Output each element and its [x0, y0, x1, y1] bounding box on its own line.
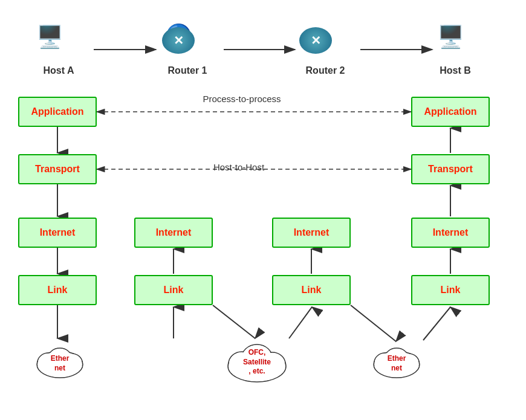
app-b-box: Application [411, 97, 490, 127]
cloud-right: Ethernet [370, 337, 423, 383]
internet-r1-box: Internet [134, 218, 213, 248]
router-2-shape: ✕ [299, 27, 332, 54]
router-2-label: Router 2 [301, 65, 349, 76]
host-b-label: Host B [434, 65, 476, 76]
router-1-label: Router 1 [163, 65, 212, 76]
transport-b-box: Transport [411, 154, 490, 184]
h2h-label: Host-to-Host [193, 162, 284, 172]
p2p-label: Process-to-process [181, 94, 302, 104]
host-a-label: Host A [37, 65, 80, 76]
svg-line-20 [351, 305, 396, 341]
internet-r2-box: Internet [272, 218, 351, 248]
svg-line-18 [289, 307, 312, 338]
transport-a-box: Transport [18, 154, 97, 184]
cloud-left: Ethernet [33, 337, 86, 383]
cloud-middle: OFC,Satellite, etc. [224, 331, 290, 386]
internet-b-box: Internet [411, 218, 490, 248]
host-b-icon: 🖥️ [432, 24, 469, 54]
app-a-box: Application [18, 97, 97, 127]
link-r2-box: Link [272, 275, 351, 305]
host-a-icon: 🖥️ [31, 24, 68, 54]
router-1-shape: ✕ [162, 27, 195, 54]
network-diagram: 🖥️ 🔵 ✕ ✕ 🖥️ Host A Router 1 Router 2 Hos… [0, 0, 526, 420]
link-r1-box: Link [134, 275, 213, 305]
internet-a-box: Internet [18, 218, 97, 248]
svg-line-21 [423, 307, 450, 340]
link-b-box: Link [411, 275, 490, 305]
link-a-box: Link [18, 275, 97, 305]
